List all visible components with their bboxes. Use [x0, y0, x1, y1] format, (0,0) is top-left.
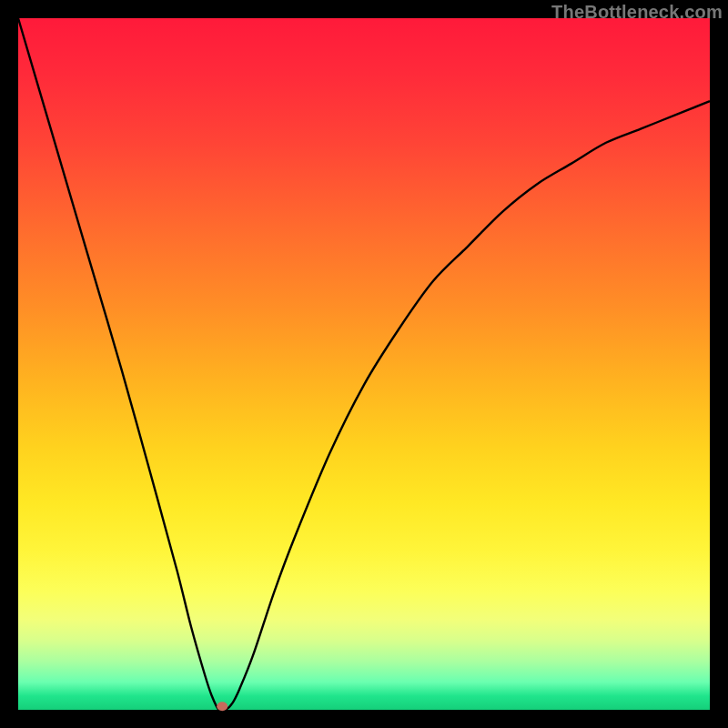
optimal-point-marker: [217, 702, 228, 711]
plot-area: [18, 18, 710, 710]
curve-svg: [18, 18, 710, 710]
chart-frame: TheBottleneck.com: [0, 0, 728, 728]
bottleneck-curve: [18, 18, 710, 711]
